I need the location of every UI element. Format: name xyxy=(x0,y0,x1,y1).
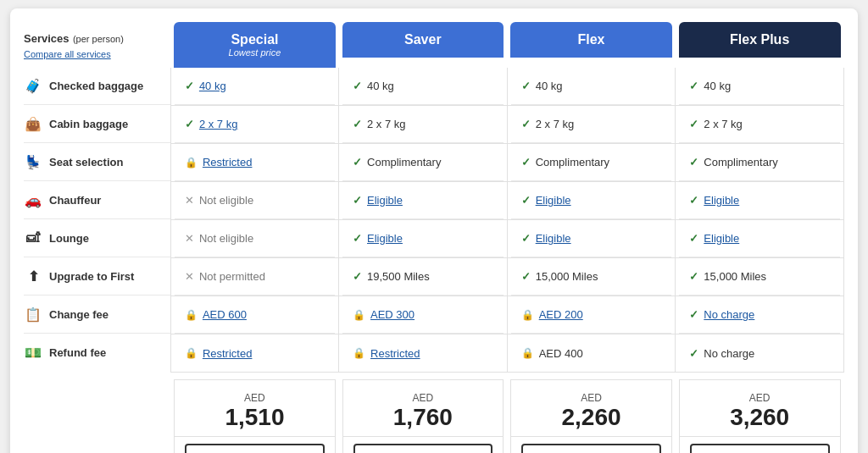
flex-select-cell: Select xyxy=(507,437,676,453)
flex-lounge-value[interactable]: Eligible xyxy=(536,232,571,245)
flex-chauffeur: ✓ Eligible xyxy=(507,182,676,220)
change-fee-label: Change fee xyxy=(49,308,108,321)
row-upgrade: ⬆ Upgrade to First ✕ Not permitted ✓ 19,… xyxy=(24,258,844,296)
saver-change-lock: 🔒 xyxy=(353,309,365,321)
compare-all-link[interactable]: Compare all services xyxy=(24,49,111,59)
flexplus-cabin-check: ✓ xyxy=(689,118,698,130)
saver-upgrade: ✓ 19,500 Miles xyxy=(339,258,508,296)
special-refund-value[interactable]: Restricted xyxy=(203,347,253,360)
special-upgrade-cross: ✕ xyxy=(185,270,194,283)
price-label-empty xyxy=(24,373,170,438)
flex-seat: ✓ Complimentary xyxy=(507,144,676,182)
flex-upgrade: ✓ 15,000 Miles xyxy=(507,258,676,296)
plan-name-special: Special xyxy=(181,32,328,47)
saver-lounge-value[interactable]: Eligible xyxy=(367,232,403,245)
special-change-value[interactable]: AED 600 xyxy=(203,308,247,321)
saver-refund-lock: 🔒 xyxy=(353,347,365,359)
flexplus-refund-fee: ✓ No charge xyxy=(676,334,844,373)
flex-checked-value: 40 kg xyxy=(536,80,563,92)
special-checked-value[interactable]: 40 kg xyxy=(199,80,226,92)
saver-price-cell: AED 1,760 xyxy=(339,373,508,438)
saver-checked-baggage: ✓ 40 kg xyxy=(339,68,508,106)
special-upgrade: ✕ Not permitted xyxy=(170,258,338,296)
flexplus-cabin: ✓ 2 x 7 kg xyxy=(676,106,844,144)
saver-select-cell: Select xyxy=(339,437,508,453)
flexplus-cabin-value: 2 x 7 kg xyxy=(704,118,743,130)
flex-seat-check: ✓ xyxy=(521,156,531,168)
special-price: 1,510 xyxy=(181,404,327,431)
special-chauffeur: ✕ Not eligible xyxy=(170,182,338,220)
row-checked-baggage: 🧳 Checked baggage ✓ 40 kg ✓ 40 kg xyxy=(24,68,844,106)
flexplus-upgrade: ✓ 15,000 Miles xyxy=(676,258,844,296)
flexplus-chauffeur-value[interactable]: Eligible xyxy=(704,194,739,207)
flexplus-price: 3,260 xyxy=(687,404,833,431)
saver-refund-value[interactable]: Restricted xyxy=(370,347,420,360)
label-cabin-baggage: 👜 Cabin baggage xyxy=(24,106,170,144)
flexplus-chauffeur: ✓ Eligible xyxy=(676,182,844,220)
saver-change-value[interactable]: AED 300 xyxy=(370,308,415,321)
special-select-button[interactable]: Select xyxy=(185,444,324,453)
lounge-label: Lounge xyxy=(49,232,89,245)
flex-cabin-check: ✓ xyxy=(521,118,531,130)
special-lounge-cross: ✕ xyxy=(185,232,194,245)
saver-checked-check: ✓ xyxy=(353,80,362,92)
plan-name-flex: Flex xyxy=(517,32,665,47)
flexplus-refund-check: ✓ xyxy=(689,347,698,360)
flex-select-button[interactable]: Select xyxy=(521,444,661,453)
flexplus-lounge-check: ✓ xyxy=(689,232,698,245)
seat-selection-icon: 💺 xyxy=(24,154,42,170)
flex-refund-lock: 🔒 xyxy=(521,347,534,359)
flex-upgrade-value: 15,000 Miles xyxy=(536,270,598,283)
special-seat-value[interactable]: Restricted xyxy=(203,156,253,168)
row-change-fee: 📋 Change fee 🔒 AED 600 🔒 AED 300 xyxy=(24,296,844,334)
upgrade-label: Upgrade to First xyxy=(49,270,134,283)
flex-refund-value: AED 400 xyxy=(539,347,583,360)
saver-cabin-check: ✓ xyxy=(353,118,362,130)
cabin-baggage-label: Cabin baggage xyxy=(49,118,128,130)
services-header: Services (per person) Compare all servic… xyxy=(24,22,170,68)
label-lounge: 🛋 Lounge xyxy=(24,220,170,258)
plan-sub-special: Lowest price xyxy=(181,47,328,58)
row-cabin-baggage: 👜 Cabin baggage ✓ 2 x 7 kg ✓ 2 x 7 kg xyxy=(24,106,844,144)
flex-lounge: ✓ Eligible xyxy=(507,220,676,258)
special-cabin-value[interactable]: 2 x 7 kg xyxy=(199,118,238,130)
upgrade-icon: ⬆ xyxy=(24,268,42,285)
saver-chauffeur-value[interactable]: Eligible xyxy=(367,194,403,207)
special-chauffeur-value: Not eligible xyxy=(199,194,253,207)
row-refund-fee: 💵 Refund fee 🔒 Restricted 🔒 Restricted xyxy=(24,334,844,373)
label-upgrade: ⬆ Upgrade to First xyxy=(24,258,170,296)
saver-refund-fee: 🔒 Restricted xyxy=(339,334,508,373)
flexplus-price-cell: AED 3,260 xyxy=(676,373,844,438)
flex-change-lock: 🔒 xyxy=(521,309,534,321)
pricing-table: Services (per person) Compare all servic… xyxy=(24,22,844,453)
flex-change-value[interactable]: AED 200 xyxy=(539,308,583,321)
flex-aed-label: AED xyxy=(518,392,665,404)
saver-chauffeur-check: ✓ xyxy=(353,194,362,207)
header-flex: Flex xyxy=(507,22,676,68)
flexplus-seat-value: Complimentary xyxy=(704,156,777,168)
special-aed-label: AED xyxy=(181,392,327,404)
saver-seat: ✓ Complimentary xyxy=(339,144,508,182)
special-cabin: ✓ 2 x 7 kg xyxy=(170,106,338,144)
special-checked-check: ✓ xyxy=(185,80,194,92)
saver-select-button[interactable]: Select xyxy=(353,444,493,453)
saver-upgrade-check: ✓ xyxy=(353,270,362,283)
special-cabin-check: ✓ xyxy=(185,118,194,130)
flex-chauffeur-value[interactable]: Eligible xyxy=(536,194,571,207)
label-checked-baggage: 🧳 Checked baggage xyxy=(24,68,170,106)
label-seat-selection: 💺 Seat selection xyxy=(24,144,170,182)
special-refund-lock: 🔒 xyxy=(185,347,198,359)
flexplus-seat-check: ✓ xyxy=(689,156,698,168)
flexplus-select-button[interactable]: Select xyxy=(690,444,830,453)
select-label-empty xyxy=(24,437,170,453)
special-refund-fee: 🔒 Restricted xyxy=(170,334,338,373)
flexplus-upgrade-value: 15,000 Miles xyxy=(704,270,766,283)
special-select-cell: Select xyxy=(170,437,338,453)
flexplus-lounge-value[interactable]: Eligible xyxy=(704,232,739,245)
saver-seat-check: ✓ xyxy=(353,156,362,168)
saver-price: 1,760 xyxy=(350,404,497,431)
flex-price-cell: AED 2,260 xyxy=(507,373,676,438)
flexplus-change-fee: ✓ No charge xyxy=(676,296,844,334)
header-special: Special Lowest price xyxy=(170,22,338,68)
flexplus-change-value[interactable]: No charge xyxy=(704,308,754,321)
